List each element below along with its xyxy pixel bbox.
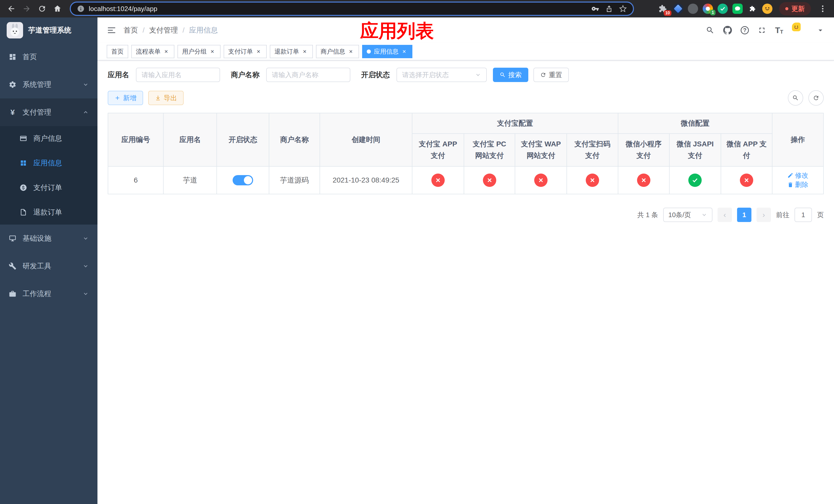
delete-link[interactable]: 删除 [787,180,808,189]
tab-label: 支付订单 [228,47,253,55]
page-content: 应用名 商户名称 开启状态 请选择开启状态 搜索 重置 [97,61,834,504]
browser-update-button[interactable]: 更新 [779,2,811,15]
table-toolbar: 新增 导出 [108,90,824,106]
browser-home-button[interactable] [50,2,65,16]
extension-icon[interactable] [718,4,728,14]
sidebar-item-payment[interactable]: 支付管理 [0,98,97,126]
extension-icon[interactable]: 1 [703,4,713,14]
export-button[interactable]: 导出 [148,91,184,105]
extension-icon[interactable] [747,4,758,14]
sidebar-item-system[interactable]: 系统管理 [0,71,97,98]
font-size-icon[interactable] [775,26,783,35]
tab-close-icon[interactable] [347,48,354,55]
tab-label: 应用信息 [374,47,398,55]
password-key-icon[interactable] [591,5,599,13]
extension-icon[interactable] [673,4,683,14]
page-size-select[interactable]: 10条/页 [663,208,712,222]
extension-icon[interactable] [732,4,743,14]
breadcrumb-payment[interactable]: 支付管理 [149,25,178,35]
wrench-icon [9,262,16,270]
tab-close-icon[interactable] [301,48,308,55]
sidebar-item-refund-order[interactable]: 退款订单 [0,200,97,225]
site-info-icon[interactable] [77,5,85,13]
url-text: localhost:1024/pay/app [89,5,587,13]
prev-page-button[interactable]: ‹ [718,208,732,222]
sidebar-item-payment-order[interactable]: 支付订单 [0,175,97,200]
tab-close-icon[interactable] [209,48,216,55]
edit-link[interactable]: 修改 [787,171,808,180]
alipay-pc-status-icon [483,174,496,187]
tab-merchant-info[interactable]: 商户信息 [316,45,359,58]
browser-reload-button[interactable] [35,2,49,16]
extension-icon[interactable] [688,4,698,14]
address-bar[interactable]: localhost:1024/pay/app [70,2,634,16]
add-button[interactable]: 新增 [108,91,143,105]
share-icon[interactable] [605,5,613,13]
breadcrumb-home[interactable]: 首页 [124,25,138,35]
sidebar-item-home[interactable]: 首页 [0,43,97,71]
cell-merchant: 芋道源码 [269,166,320,194]
fullscreen-icon[interactable] [758,26,766,35]
sidebar-item-app-info[interactable]: 应用信息 [0,151,97,175]
sidebar-item-label: 商户信息 [33,134,62,143]
sidebar-item-dev-tools[interactable]: 研发工具 [0,252,97,280]
sidebar-item-label: 工作流程 [23,289,51,299]
extension-icon[interactable] [762,4,772,14]
help-icon[interactable] [741,26,749,35]
page-number-button[interactable]: 1 [737,208,751,222]
alipay-qr-status-icon [586,174,599,187]
cell-app-name: 芋道 [163,166,217,194]
refresh-table-button[interactable] [808,90,824,106]
sidebar-item-infrastructure[interactable]: 基础设施 [0,225,97,252]
tab-close-icon[interactable] [255,48,262,55]
avatar[interactable] [792,23,807,38]
browser-forward-button[interactable] [20,2,34,16]
app-logo-row[interactable]: 芋道管理系统 [0,18,97,43]
github-icon[interactable] [723,26,732,35]
sidebar-item-workflow[interactable]: 工作流程 [0,280,97,307]
tab-close-icon[interactable] [401,48,408,55]
next-page-button[interactable]: › [756,208,771,222]
toggle-search-button[interactable] [788,90,803,106]
cell-app-id: 6 [108,166,163,194]
filter-status-label: 开启状态 [361,70,390,80]
col-alipay-pc: 支付宝 PC 网站支付 [464,134,515,166]
extensions-puzzle-icon[interactable]: 10 [657,3,668,14]
tab-process-form[interactable]: 流程表单 [131,45,174,58]
search-button[interactable]: 搜索 [493,68,528,82]
tab-user-group[interactable]: 用户分组 [177,45,221,58]
browser-menu-icon[interactable] [815,2,830,16]
col-merchant: 商户名称 [269,113,320,166]
app-name-input[interactable] [136,68,220,82]
update-dot [785,7,788,10]
col-wx-lite: 微信小程序支付 [618,134,670,166]
bookmark-star-icon[interactable] [619,5,627,13]
sidebar-item-label: 退款订单 [33,207,62,217]
col-actions: 操作 [772,113,824,166]
tab-home[interactable]: 首页 [107,45,128,58]
chevron-down-icon [475,72,481,78]
hamburger-icon[interactable] [107,25,116,35]
tab-close-icon[interactable] [162,48,170,55]
pagination: 共 1 条 10条/页 ‹ 1 › 前往 页 [108,208,824,222]
sidebar-item-merchant-info[interactable]: 商户信息 [0,126,97,151]
refresh-icon [540,72,546,78]
tab-payment-order[interactable]: 支付订单 [224,45,267,58]
reset-button[interactable]: 重置 [533,68,569,82]
alipay-wap-status-icon [534,174,548,187]
avatar-caret-icon[interactable] [816,26,825,35]
monitor-icon [9,234,16,242]
browser-back-button[interactable] [4,2,19,16]
filter-form: 应用名 商户名称 开启状态 请选择开启状态 搜索 重置 [108,68,824,82]
header-search-icon[interactable] [706,26,715,35]
goto-page-input[interactable] [794,208,812,222]
active-tab-dot [367,49,371,53]
merchant-name-input[interactable] [266,68,350,82]
status-toggle[interactable] [233,175,253,185]
tab-app-info[interactable]: 应用信息 [362,45,412,58]
status-select[interactable]: 请选择开启状态 [396,68,487,82]
cell-actions: 修改删除 [772,166,824,194]
tab-label: 用户分组 [182,47,207,55]
wx-app-status-icon [740,174,753,187]
tab-refund-order[interactable]: 退款订单 [270,45,313,58]
